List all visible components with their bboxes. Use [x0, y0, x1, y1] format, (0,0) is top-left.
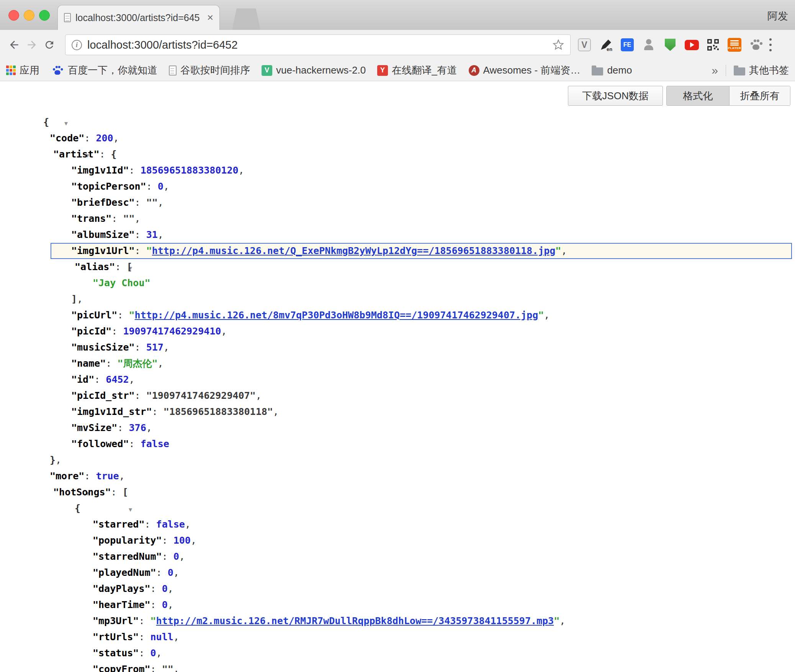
json-row: ▼"alias": [ [0, 259, 795, 275]
bookmark-item-youdao[interactable]: Y 在线翻译_有道 [377, 64, 457, 77]
json-brace: { [75, 503, 80, 514]
json-punctuation: : [111, 326, 123, 337]
json-punctuation: : [111, 213, 123, 224]
collapse-all-button[interactable]: 折叠所有 [730, 86, 790, 105]
json-row: "img1v1Id": 18569651883380120, [0, 162, 795, 179]
bookmarks-overflow-button[interactable]: » [712, 64, 718, 77]
json-punctuation: : [150, 599, 162, 610]
json-brace: { [111, 149, 117, 160]
format-button[interactable]: 格式化 [667, 86, 730, 105]
new-tab-button[interactable] [232, 8, 260, 30]
bookmark-label: demo [607, 64, 632, 76]
json-string: "" [162, 664, 173, 672]
apps-grid-icon [6, 66, 16, 75]
page-info-icon[interactable] [72, 40, 82, 50]
reload-button[interactable] [41, 34, 58, 56]
json-key: "alias" [75, 261, 115, 272]
json-brace: { [43, 116, 49, 128]
back-button[interactable] [5, 34, 23, 56]
bookmark-item-baidu[interactable]: 百度一下，你就知道 [51, 64, 157, 77]
json-punctuation: , [56, 454, 61, 465]
other-bookmarks-button[interactable]: 其他书签 [734, 64, 789, 77]
shield-extension-button[interactable] [662, 36, 678, 53]
json-brace: [ [127, 261, 132, 272]
collapse-arrow-icon[interactable]: ▼ [129, 506, 132, 513]
json-punctuation: , [173, 631, 179, 642]
json-row: "rtUrls": null, [0, 629, 795, 645]
json-punctuation: : [152, 406, 164, 417]
json-punctuation: , [156, 647, 162, 659]
bookmark-item-demo[interactable]: demo [592, 64, 632, 76]
person-extension-button[interactable] [641, 36, 656, 53]
qrcode-extension-button[interactable] [705, 36, 721, 53]
youtube-extension-button[interactable] [684, 36, 699, 53]
json-punctuation: , [158, 229, 164, 240]
bookmark-item-apps[interactable]: 应用 [6, 64, 39, 77]
json-brace: [ [123, 487, 128, 498]
json-row: "img1v1Id_str": "18569651883380118", [0, 404, 795, 420]
json-row: "dayPlays": 0, [0, 581, 795, 597]
close-window-button[interactable] [8, 10, 19, 21]
json-row: "hearTime": 0, [0, 597, 795, 613]
profile-name[interactable]: 阿发 [767, 9, 788, 23]
page-icon [169, 66, 177, 75]
forward-button[interactable] [23, 34, 41, 56]
zoom-window-button[interactable] [39, 10, 50, 21]
translate-pen-extension-button[interactable]: en [598, 36, 613, 53]
json-punctuation: : [162, 535, 173, 546]
forward-arrow-icon [26, 39, 38, 51]
json-brace: ] [71, 293, 77, 305]
omnibox[interactable] [65, 34, 571, 55]
bookmark-item-vue-hackernews[interactable]: V vue-hackernews-2.0 [262, 64, 366, 76]
json-key: "copyFrom" [93, 664, 150, 672]
json-key: "hotSongs" [53, 487, 111, 498]
json-row: "copyFrom": "", [0, 661, 795, 672]
download-json-button[interactable]: 下载JSON数据 [568, 86, 663, 106]
bookmark-label: 应用 [20, 64, 39, 77]
browser-tab[interactable]: localhost:3000/artists?id=645 × [57, 5, 220, 30]
json-punctuation: , [77, 293, 83, 305]
player-extension-button[interactable]: PLAYER [727, 36, 742, 53]
tab-close-icon[interactable]: × [207, 12, 213, 23]
json-punctuation: : [94, 374, 106, 385]
youdao-icon: Y [377, 65, 388, 76]
json-key: "playedNum" [93, 567, 156, 578]
json-link[interactable]: http://m2.music.126.net/RMJR7wDullRqppBk… [156, 615, 554, 626]
json-viewer: ▼{"code": 200,▼"artist": {"img1v1Id": 18… [0, 81, 795, 672]
paw-extension-button[interactable] [748, 36, 764, 53]
json-quote: " [554, 615, 559, 626]
json-punctuation: : [135, 342, 146, 353]
json-punctuation: : [135, 197, 146, 208]
json-row: "mvSize": 376, [0, 420, 795, 436]
browser-menu-button[interactable] [769, 38, 772, 51]
json-punctuation: : [162, 551, 173, 562]
json-link[interactable]: http://p4.music.126.net/8mv7qP30Pd3oHW8b… [135, 310, 538, 321]
shield-icon [665, 39, 676, 51]
collapse-arrow-icon[interactable]: ▼ [64, 120, 68, 127]
json-punctuation: : [106, 358, 117, 369]
json-quote: " [129, 310, 135, 321]
json-punctuation: , [168, 583, 173, 594]
paw-icon [749, 39, 762, 51]
fe-icon: FE [621, 38, 634, 51]
json-row: "name": "周杰伦", [0, 356, 795, 372]
json-punctuation: , [273, 406, 279, 417]
url-input[interactable] [87, 39, 547, 51]
minimize-window-button[interactable] [24, 10, 34, 21]
qrcode-icon [707, 39, 719, 51]
fe-extension-button[interactable]: FE [620, 36, 635, 53]
vimium-extension-button[interactable]: V [577, 36, 592, 53]
json-row: "followed": false [0, 436, 795, 452]
vue-icon: V [262, 65, 272, 76]
divider [726, 65, 726, 76]
json-link[interactable]: http://p4.music.126.net/Q_ExePNkmgB2yWyL… [152, 245, 556, 256]
json-number: 100 [173, 535, 191, 546]
bookmark-star-icon[interactable] [553, 39, 564, 51]
json-number: 517 [146, 342, 164, 353]
bookmark-item-awesomes[interactable]: A Awesomes - 前端资… [469, 64, 581, 77]
json-string: "19097417462929407" [146, 390, 256, 401]
reload-icon [44, 39, 55, 51]
json-punctuation: , [173, 567, 179, 578]
json-key: "img1v1Id_str" [71, 406, 152, 417]
bookmark-item-google-sort[interactable]: 谷歌按时间排序 [169, 64, 250, 77]
